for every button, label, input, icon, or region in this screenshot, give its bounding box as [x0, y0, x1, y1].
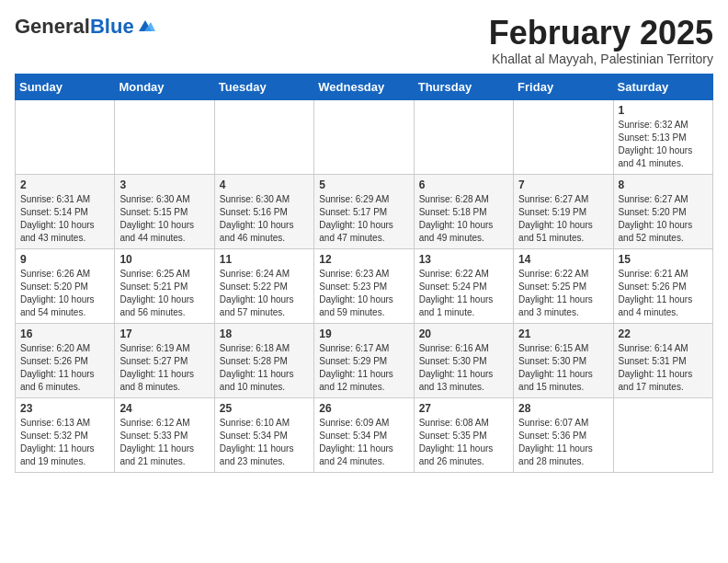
calendar-cell: 1Sunrise: 6:32 AM Sunset: 5:13 PM Daylig… [613, 99, 712, 174]
calendar-cell: 16Sunrise: 6:20 AM Sunset: 5:26 PM Dayli… [16, 323, 115, 397]
day-number: 8 [619, 178, 708, 191]
day-info: Sunrise: 6:29 AM Sunset: 5:17 PM Dayligh… [319, 193, 408, 245]
calendar-cell: 19Sunrise: 6:17 AM Sunset: 5:29 PM Dayli… [314, 323, 414, 397]
day-info: Sunrise: 6:30 AM Sunset: 5:16 PM Dayligh… [220, 193, 309, 245]
day-number: 6 [419, 178, 508, 191]
day-info: Sunrise: 6:32 AM Sunset: 5:13 PM Dayligh… [619, 119, 708, 170]
day-number: 5 [319, 178, 408, 191]
calendar-cell: 10Sunrise: 6:25 AM Sunset: 5:21 PM Dayli… [115, 248, 214, 323]
calendar-cell: 8Sunrise: 6:27 AM Sunset: 5:20 PM Daylig… [613, 174, 712, 248]
weekday-header: Thursday [414, 74, 513, 99]
logo-blue: Blue [90, 15, 134, 39]
day-info: Sunrise: 6:10 AM Sunset: 5:34 PM Dayligh… [220, 417, 309, 468]
day-info: Sunrise: 6:27 AM Sunset: 5:19 PM Dayligh… [518, 193, 608, 245]
day-info: Sunrise: 6:27 AM Sunset: 5:20 PM Dayligh… [619, 193, 708, 245]
page-header: General Blue February 2025 Khallat al Ma… [15, 15, 713, 66]
day-info: Sunrise: 6:12 AM Sunset: 5:33 PM Dayligh… [119, 417, 209, 468]
weekday-header: Saturday [613, 74, 712, 99]
calendar-cell: 7Sunrise: 6:27 AM Sunset: 5:19 PM Daylig… [514, 174, 613, 248]
calendar-cell [16, 99, 115, 174]
calendar-cell: 21Sunrise: 6:15 AM Sunset: 5:30 PM Dayli… [514, 323, 613, 397]
day-number: 2 [20, 178, 109, 191]
calendar-cell: 4Sunrise: 6:30 AM Sunset: 5:16 PM Daylig… [214, 174, 313, 248]
weekday-header: Monday [115, 74, 214, 99]
calendar-week-row: 9Sunrise: 6:26 AM Sunset: 5:20 PM Daylig… [16, 248, 713, 323]
calendar-cell: 18Sunrise: 6:18 AM Sunset: 5:28 PM Dayli… [214, 323, 313, 397]
calendar-cell: 17Sunrise: 6:19 AM Sunset: 5:27 PM Dayli… [115, 323, 214, 397]
day-number: 4 [220, 178, 309, 191]
calendar-week-row: 2Sunrise: 6:31 AM Sunset: 5:14 PM Daylig… [16, 174, 713, 248]
day-info: Sunrise: 6:17 AM Sunset: 5:29 PM Dayligh… [319, 342, 408, 394]
calendar-cell: 9Sunrise: 6:26 AM Sunset: 5:20 PM Daylig… [16, 248, 115, 323]
day-number: 21 [518, 327, 608, 340]
day-number: 10 [119, 253, 209, 266]
day-info: Sunrise: 6:16 AM Sunset: 5:30 PM Dayligh… [419, 342, 508, 394]
calendar-cell: 3Sunrise: 6:30 AM Sunset: 5:15 PM Daylig… [115, 174, 214, 248]
day-number: 12 [319, 253, 408, 266]
location: Khallat al Mayyah, Palestinian Territory [489, 52, 713, 66]
calendar-cell [414, 99, 513, 174]
day-number: 9 [20, 253, 109, 266]
calendar-cell [115, 99, 214, 174]
day-info: Sunrise: 6:19 AM Sunset: 5:27 PM Dayligh… [119, 342, 209, 394]
day-info: Sunrise: 6:08 AM Sunset: 5:35 PM Dayligh… [419, 417, 508, 468]
logo-general: General [15, 15, 90, 39]
day-number: 17 [119, 327, 209, 340]
calendar-cell [314, 99, 414, 174]
day-info: Sunrise: 6:14 AM Sunset: 5:31 PM Dayligh… [619, 342, 708, 394]
calendar-cell: 11Sunrise: 6:24 AM Sunset: 5:22 PM Dayli… [214, 248, 313, 323]
calendar-week-row: 1Sunrise: 6:32 AM Sunset: 5:13 PM Daylig… [16, 99, 713, 174]
day-info: Sunrise: 6:20 AM Sunset: 5:26 PM Dayligh… [20, 342, 109, 394]
calendar-cell: 12Sunrise: 6:23 AM Sunset: 5:23 PM Dayli… [314, 248, 414, 323]
calendar-cell: 28Sunrise: 6:07 AM Sunset: 5:36 PM Dayli… [514, 397, 613, 472]
day-number: 13 [419, 253, 508, 266]
day-info: Sunrise: 6:24 AM Sunset: 5:22 PM Dayligh… [220, 268, 309, 319]
month-year: February 2025 [489, 15, 713, 52]
weekday-header: Friday [514, 74, 613, 99]
logo-icon [135, 18, 155, 35]
calendar-cell: 6Sunrise: 6:28 AM Sunset: 5:18 PM Daylig… [414, 174, 513, 248]
day-number: 14 [518, 253, 608, 266]
calendar-cell [214, 99, 313, 174]
day-number: 28 [518, 402, 608, 415]
calendar-week-row: 23Sunrise: 6:13 AM Sunset: 5:32 PM Dayli… [16, 397, 713, 472]
day-info: Sunrise: 6:21 AM Sunset: 5:26 PM Dayligh… [619, 268, 708, 319]
logo: General Blue [15, 15, 155, 39]
day-info: Sunrise: 6:15 AM Sunset: 5:30 PM Dayligh… [518, 342, 608, 394]
calendar-cell [613, 397, 712, 472]
weekday-header: Tuesday [214, 74, 313, 99]
day-info: Sunrise: 6:22 AM Sunset: 5:25 PM Dayligh… [518, 268, 608, 319]
calendar-cell: 13Sunrise: 6:22 AM Sunset: 5:24 PM Dayli… [414, 248, 513, 323]
calendar-cell: 15Sunrise: 6:21 AM Sunset: 5:26 PM Dayli… [613, 248, 712, 323]
day-number: 3 [119, 178, 209, 191]
calendar-cell: 26Sunrise: 6:09 AM Sunset: 5:34 PM Dayli… [314, 397, 414, 472]
day-info: Sunrise: 6:26 AM Sunset: 5:20 PM Dayligh… [20, 268, 109, 319]
calendar-cell: 2Sunrise: 6:31 AM Sunset: 5:14 PM Daylig… [16, 174, 115, 248]
calendar-cell: 25Sunrise: 6:10 AM Sunset: 5:34 PM Dayli… [214, 397, 313, 472]
calendar-cell: 20Sunrise: 6:16 AM Sunset: 5:30 PM Dayli… [414, 323, 513, 397]
day-info: Sunrise: 6:23 AM Sunset: 5:23 PM Dayligh… [319, 268, 408, 319]
day-number: 20 [419, 327, 508, 340]
day-number: 11 [220, 253, 309, 266]
calendar-header-row: SundayMondayTuesdayWednesdayThursdayFrid… [16, 74, 713, 99]
day-number: 16 [20, 327, 109, 340]
calendar-week-row: 16Sunrise: 6:20 AM Sunset: 5:26 PM Dayli… [16, 323, 713, 397]
day-number: 25 [220, 402, 309, 415]
calendar-cell: 14Sunrise: 6:22 AM Sunset: 5:25 PM Dayli… [514, 248, 613, 323]
day-info: Sunrise: 6:28 AM Sunset: 5:18 PM Dayligh… [419, 193, 508, 245]
day-number: 15 [619, 253, 708, 266]
calendar-cell: 5Sunrise: 6:29 AM Sunset: 5:17 PM Daylig… [314, 174, 414, 248]
day-info: Sunrise: 6:25 AM Sunset: 5:21 PM Dayligh… [119, 268, 209, 319]
calendar-cell: 22Sunrise: 6:14 AM Sunset: 5:31 PM Dayli… [613, 323, 712, 397]
title-block: February 2025 Khallat al Mayyah, Palesti… [489, 15, 713, 66]
day-number: 24 [119, 402, 209, 415]
day-info: Sunrise: 6:18 AM Sunset: 5:28 PM Dayligh… [220, 342, 309, 394]
day-number: 22 [619, 327, 708, 340]
day-info: Sunrise: 6:09 AM Sunset: 5:34 PM Dayligh… [319, 417, 408, 468]
day-number: 26 [319, 402, 408, 415]
day-info: Sunrise: 6:30 AM Sunset: 5:15 PM Dayligh… [119, 193, 209, 245]
day-number: 7 [518, 178, 608, 191]
day-number: 27 [419, 402, 508, 415]
weekday-header: Wednesday [314, 74, 414, 99]
weekday-header: Sunday [16, 74, 115, 99]
